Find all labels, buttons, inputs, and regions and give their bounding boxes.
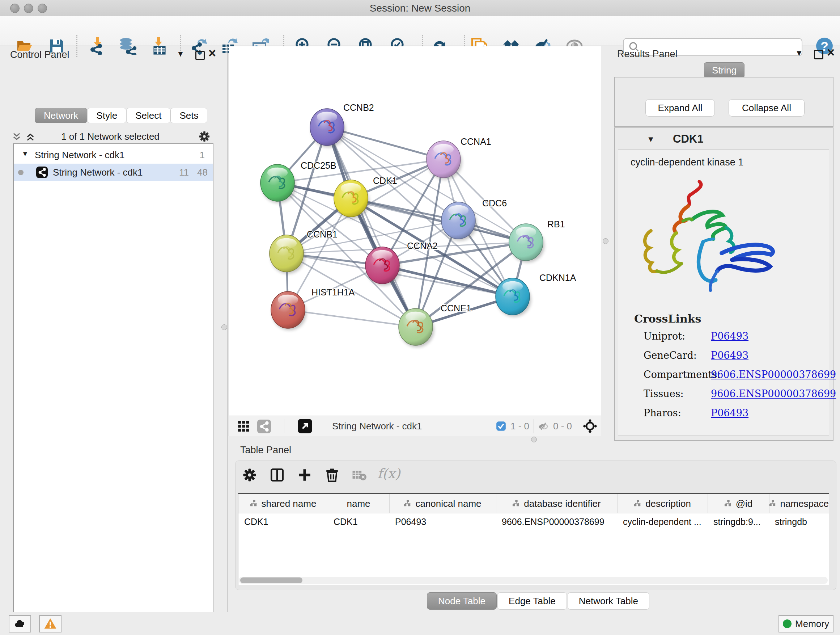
- table-cell[interactable]: stringdb:9...: [707, 513, 769, 530]
- network-node-RB1[interactable]: [509, 224, 545, 263]
- crosslink-label: Pharos:: [644, 407, 681, 418]
- network-collection-label: String Network - cdk1: [35, 149, 125, 161]
- protein-description: cyclin-dependent kinase 1: [630, 157, 744, 168]
- edge-count: 48: [197, 167, 208, 178]
- warning-icon: [44, 617, 57, 630]
- function-builder-icon: f(x): [377, 466, 400, 481]
- bottom-splitter-handle[interactable]: [531, 437, 537, 442]
- network-graph: CCNB2CCNA1CDC25BCDK1CDC6RB1CCNB1CCNA2CDK…: [229, 46, 601, 416]
- tab-network[interactable]: Network: [35, 108, 87, 123]
- memory-button[interactable]: Memory: [778, 615, 834, 632]
- network-node-CDC25B[interactable]: [261, 165, 296, 203]
- network-collection-row[interactable]: ▼ String Network - cdk1 1: [14, 147, 213, 164]
- table-cell[interactable]: 9606.ENSP00000378699: [496, 513, 617, 530]
- table-tabs: Node TableEdge TableNetwork Table: [427, 592, 650, 610]
- tab-network-table[interactable]: Network Table: [568, 592, 649, 610]
- table-settings-gear-icon[interactable]: [242, 467, 257, 483]
- collapse-panel-icon[interactable]: ▼: [177, 49, 185, 59]
- network-canvas[interactable]: CCNB2CCNA1CDC25BCDK1CDC6RB1CCNB1CCNA2CDK…: [229, 46, 601, 436]
- results-actions-box: Expand All Collapse All: [614, 77, 834, 127]
- close-panel-icon[interactable]: ×: [827, 45, 835, 60]
- protein-structure-image: [633, 175, 788, 302]
- network-node-label: CCNB1: [307, 229, 338, 239]
- crosslink-link[interactable]: P06493: [711, 331, 748, 342]
- hidden-eye-icon[interactable]: [538, 421, 549, 432]
- float-panel-icon[interactable]: [195, 51, 205, 60]
- add-column-icon[interactable]: [297, 467, 312, 483]
- crosslink-label: Tissues:: [644, 388, 684, 399]
- table-header: shared namenamecanonical namedatabase id…: [238, 494, 829, 513]
- table-cell[interactable]: CDK1: [238, 513, 328, 530]
- network-row-label: String Network - cdk1: [53, 167, 143, 178]
- tree-expand-icon[interactable]: ▼: [22, 150, 28, 158]
- network-node-CCNE1[interactable]: [399, 309, 434, 347]
- crosslink-link[interactable]: 9606.ENSP00000378699: [711, 369, 836, 380]
- selected-checkbox-icon[interactable]: [496, 421, 506, 431]
- network-node-CDKN1A[interactable]: [496, 278, 531, 317]
- network-row-selected[interactable]: String Network - cdk1 11 48: [14, 164, 213, 181]
- float-panel-icon[interactable]: [814, 50, 823, 59]
- crosslink-link[interactable]: P06493: [711, 407, 748, 418]
- delete-column-icon[interactable]: [325, 467, 340, 483]
- gear-icon[interactable]: [198, 130, 210, 143]
- network-selection-row: 1 of 1 Network selected: [0, 129, 227, 145]
- column-header-databaseidentifier[interactable]: database identifier: [496, 494, 617, 513]
- column-header-description[interactable]: description: [617, 494, 708, 513]
- network-node-label: CCNE1: [441, 303, 471, 313]
- tab-string[interactable]: String: [704, 62, 745, 78]
- crosslink-row: Tissues:9606.ENSP00000378699: [644, 388, 684, 399]
- crosslink-row: Uniprot:P06493: [644, 331, 685, 342]
- table-cell[interactable]: stringdb: [769, 513, 829, 530]
- network-edge-HIST1H1A-CCNE1[interactable]: [288, 310, 416, 327]
- cloud-button[interactable]: [9, 615, 31, 632]
- control-panel: Control Panel ▼ × NetworkStyleSelectSets…: [0, 46, 227, 612]
- column-header-sharedname[interactable]: shared name: [238, 494, 328, 513]
- main-toolbar: ?: [0, 16, 840, 46]
- open-view-icon[interactable]: [298, 419, 312, 433]
- left-splitter-handle[interactable]: [221, 325, 227, 330]
- node-count: 11: [179, 167, 189, 178]
- scrollbar-thumb[interactable]: [240, 578, 302, 583]
- table-cell[interactable]: P06493: [389, 513, 496, 530]
- control-panel-tabs: NetworkStyleSelectSets: [35, 108, 207, 123]
- network-node-HIST1H1A[interactable]: [271, 291, 306, 330]
- tab-select[interactable]: Select: [126, 108, 171, 123]
- network-node-label: CDK1: [373, 176, 397, 186]
- show-columns-icon[interactable]: [270, 467, 285, 483]
- column-header-namespace[interactable]: namespace: [769, 494, 829, 513]
- birdseye-crosshair-icon[interactable]: [582, 418, 598, 434]
- tab-style[interactable]: Style: [87, 108, 126, 123]
- table-panel-title: Table Panel: [240, 445, 291, 456]
- table-cell[interactable]: CDK1: [328, 513, 389, 530]
- right-splitter-handle[interactable]: [603, 238, 608, 244]
- tab-edge-table[interactable]: Edge Table: [497, 592, 567, 610]
- table-cell[interactable]: cyclin-dependent ...: [617, 513, 707, 530]
- section-collapse-icon[interactable]: ▼: [647, 135, 655, 144]
- network-node-label: HIST1H1A: [311, 287, 355, 297]
- column-header-id[interactable]: @id: [707, 494, 769, 513]
- column-header-canonicalname[interactable]: canonical name: [389, 494, 496, 513]
- tab-node-table[interactable]: Node Table: [427, 592, 497, 610]
- memory-status-dot: [783, 619, 791, 628]
- protein-card: ▼ CDK1 cyclin-dependent kinase 1: [614, 127, 834, 441]
- network-node-CDC6[interactable]: [441, 202, 477, 241]
- tab-sets[interactable]: Sets: [171, 108, 207, 123]
- collapse-all-icon[interactable]: [11, 132, 22, 142]
- collapse-panel-icon[interactable]: ▼: [795, 49, 803, 58]
- expand-all-button[interactable]: Expand All: [645, 99, 715, 117]
- crosslink-row: Pharos:P06493: [644, 407, 681, 418]
- column-header-name[interactable]: name: [328, 494, 390, 513]
- network-overview-icon[interactable]: [257, 420, 271, 433]
- collapse-all-button[interactable]: Collapse All: [729, 99, 805, 117]
- toolbar-divider: [284, 419, 284, 433]
- horizontal-scrollbar[interactable]: [239, 577, 828, 584]
- crosslink-link[interactable]: P06493: [711, 350, 748, 361]
- expand-all-icon[interactable]: [25, 132, 35, 142]
- grid-view-icon[interactable]: [237, 420, 251, 433]
- warnings-button[interactable]: [39, 615, 62, 632]
- close-panel-icon[interactable]: ×: [208, 46, 216, 61]
- network-view-toolbar: String Network - cdk1 1 - 0 0 - 0: [229, 416, 601, 436]
- network-node-CCNA1[interactable]: [426, 141, 462, 180]
- status-bar: Memory: [0, 612, 840, 635]
- crosslink-link[interactable]: 9606.ENSP00000378699: [711, 388, 836, 399]
